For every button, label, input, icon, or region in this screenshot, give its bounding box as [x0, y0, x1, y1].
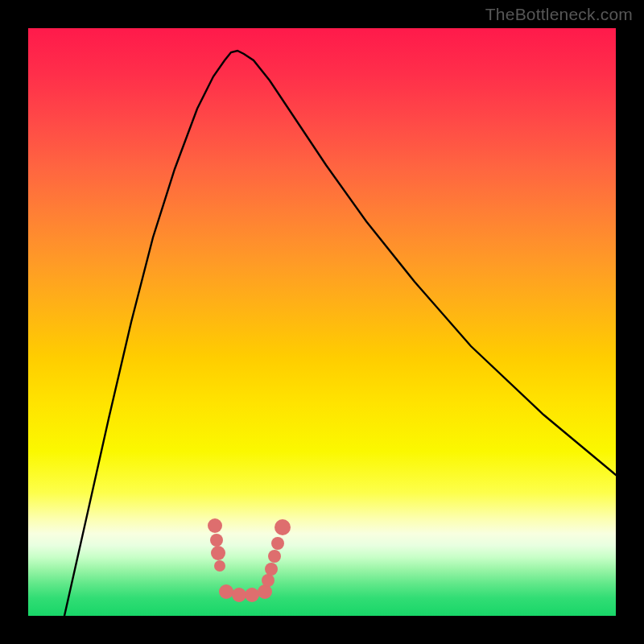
highlight-dot — [232, 588, 246, 602]
chart-frame: TheBottleneck.com — [0, 0, 644, 644]
highlight-dot — [262, 574, 275, 587]
highlight-dot — [214, 560, 225, 572]
highlight-dot — [245, 588, 259, 602]
plot-area — [28, 28, 616, 616]
highlight-dot — [265, 563, 278, 576]
bottleneck-curve — [64, 51, 616, 616]
marker-group — [208, 518, 291, 602]
highlight-dot — [210, 534, 223, 547]
highlight-dot — [258, 584, 272, 599]
curve-layer — [28, 28, 616, 616]
highlight-dot — [275, 519, 291, 535]
highlight-dot — [219, 584, 233, 599]
highlight-dot — [211, 546, 225, 560]
highlight-dot — [271, 537, 284, 550]
highlight-dot — [208, 518, 222, 533]
highlight-dot — [268, 550, 281, 563]
watermark-text: TheBottleneck.com — [485, 5, 633, 24]
